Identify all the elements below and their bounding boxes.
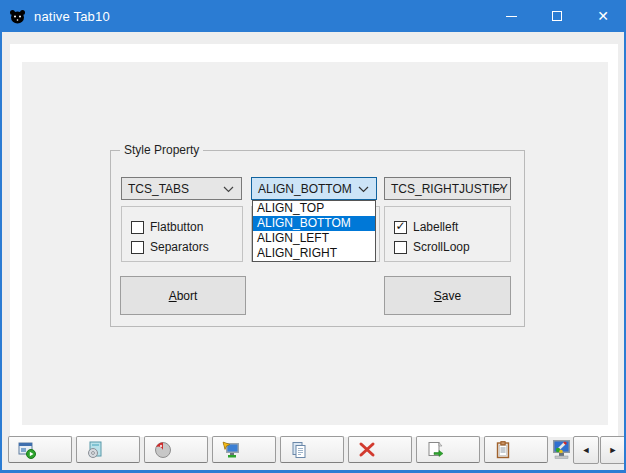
toolbar-button-run[interactable] [8, 436, 72, 463]
delete-x-icon [357, 440, 377, 460]
toolbar-button-paste[interactable] [484, 436, 548, 463]
run-form-icon [17, 440, 37, 460]
toolbar-button-delete[interactable] [348, 436, 412, 463]
labelleft-checkbox[interactable]: ✓ Labelleft [394, 220, 458, 234]
arrow-right-icon: ► [609, 445, 618, 455]
display-settings-icon [550, 438, 572, 462]
checkbox-label: Separators [150, 240, 209, 254]
combo-value: TCS_RIGHTJUSTIFY [391, 182, 508, 196]
checkbox-icon: ✓ [394, 241, 407, 254]
left-checkbox-panel: ✓ Flatbutton ✓ Separators [121, 206, 243, 262]
title-bar: native Tab10 ✕ [0, 0, 626, 32]
separators-checkbox[interactable]: ✓ Separators [131, 240, 209, 254]
window-title: native Tab10 [34, 9, 110, 24]
right-checkbox-panel: ✓ Labelleft ✓ ScrollLoop [384, 206, 511, 262]
align-combo[interactable]: ALIGN_BOTTOM [251, 177, 377, 200]
checkbox-label: ScrollLoop [413, 240, 470, 254]
scroll-right-button[interactable]: ► [600, 436, 626, 464]
checkbox-label: Flatbutton [150, 220, 203, 234]
dropdown-item[interactable]: ALIGN_TOP [253, 201, 375, 216]
form-client-panel: Style Property TCS_TABS ALIGN_BOTTOM TCS… [22, 62, 608, 425]
groupbox-label: Style Property [120, 143, 203, 157]
chevron-down-icon [492, 186, 503, 193]
combo-value: ALIGN_BOTTOM [258, 182, 352, 196]
toolbar-button-debug[interactable] [144, 436, 208, 463]
scrollloop-checkbox[interactable]: ✓ ScrollLoop [394, 240, 470, 254]
red-orb-icon [153, 440, 173, 460]
checkmark-icon: ✓ [395, 221, 405, 231]
export-page-icon [425, 440, 445, 460]
app-window: native Tab10 ✕ Style Property TCS_TABS A… [0, 0, 626, 473]
close-button[interactable]: ✕ [580, 0, 626, 32]
style-property-groupbox: Style Property TCS_TABS ALIGN_BOTTOM TCS… [110, 150, 525, 327]
flatbutton-checkbox[interactable]: ✓ Flatbutton [131, 220, 203, 234]
save-button[interactable]: Save [384, 276, 511, 315]
checkbox-label: Labelleft [413, 220, 458, 234]
minimize-icon [506, 16, 517, 17]
combo-value: TCS_TABS [128, 182, 189, 196]
arrow-left-icon: ◄ [582, 445, 591, 455]
abort-button[interactable]: Abort [120, 276, 246, 315]
minimize-button[interactable] [488, 0, 534, 32]
toolbar-button-setup[interactable] [76, 436, 140, 463]
chevron-down-icon [358, 186, 369, 193]
checkbox-icon: ✓ [131, 221, 144, 234]
copy-icon [289, 440, 309, 460]
toolbar-button-export[interactable] [416, 436, 480, 463]
monitor-export-icon [221, 440, 241, 460]
clipboard-icon [493, 440, 513, 460]
setup-disk-icon [85, 440, 105, 460]
toolbar-button-monitor[interactable] [212, 436, 276, 463]
dropdown-item[interactable]: ALIGN_LEFT [253, 231, 375, 246]
scroll-left-button[interactable]: ◄ [573, 436, 599, 464]
maximize-icon [552, 11, 562, 21]
app-panther-icon [9, 8, 26, 25]
align-dropdown-list: ALIGN_TOP ALIGN_BOTTOM ALIGN_LEFT ALIGN_… [252, 200, 376, 262]
style-combo[interactable]: TCS_TABS [121, 177, 242, 200]
checkbox-icon: ✓ [131, 241, 144, 254]
checkbox-icon: ✓ [394, 221, 407, 234]
maximize-button[interactable] [534, 0, 580, 32]
close-icon: ✕ [597, 8, 609, 24]
chevron-down-icon [223, 186, 234, 193]
toolbar-button-copy[interactable] [280, 436, 344, 463]
dropdown-item[interactable]: ALIGN_BOTTOM [253, 216, 375, 231]
dropdown-item[interactable]: ALIGN_RIGHT [253, 246, 375, 261]
justify-combo[interactable]: TCS_RIGHTJUSTIFY [384, 177, 511, 200]
